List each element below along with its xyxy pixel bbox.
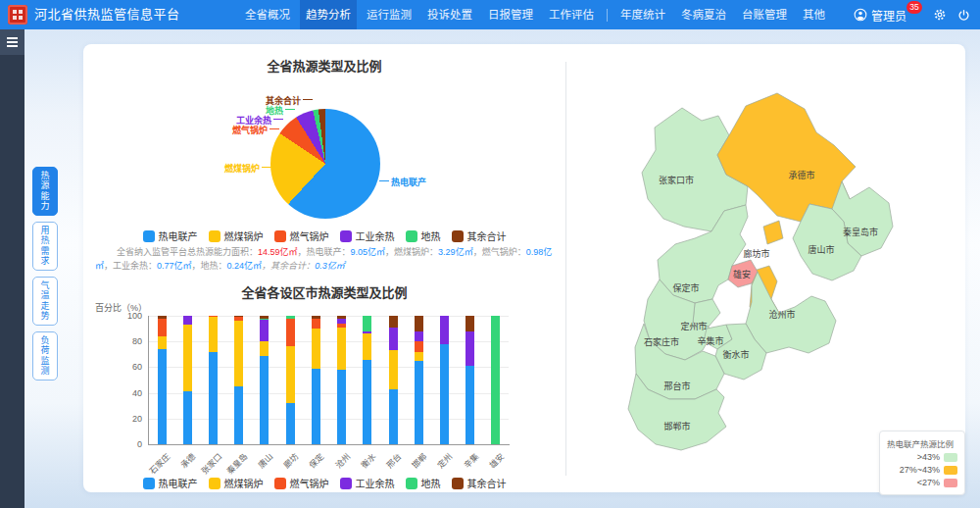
- y-tick-40: 40: [113, 388, 142, 398]
- nav-item-冬病夏治[interactable]: 冬病夏治: [675, 0, 732, 29]
- y-axis-line: [148, 316, 149, 444]
- map-legend-label: >43%: [917, 452, 940, 462]
- bar-廊坊-燃气锅炉: [286, 319, 295, 347]
- bar-唐山-工业余热: [260, 320, 269, 341]
- legend-label: 地热: [421, 476, 441, 490]
- bar-唐山-燃煤锅炉: [260, 341, 269, 355]
- nav-item-投诉处置[interactable]: 投诉处置: [421, 0, 478, 29]
- side-tab-用热需求[interactable]: 用热需求: [32, 222, 58, 271]
- legend-item-其余合计[interactable]: 其余合计: [452, 476, 507, 490]
- bar-石家庄-热电联产: [158, 349, 167, 444]
- gridline-100: [148, 316, 509, 317]
- legend-item-燃气锅炉[interactable]: 燃气锅炉: [274, 229, 329, 243]
- legend-swatch: [340, 478, 352, 489]
- bar-邯郸-燃煤锅炉: [415, 352, 423, 361]
- user-icon: [854, 8, 867, 22]
- y-tick-0: 0: [113, 439, 142, 449]
- map-legend-swatch: [944, 479, 957, 487]
- bar-辛集-工业余热: [466, 331, 474, 366]
- side-tab-气温走势[interactable]: 气温走势: [32, 277, 58, 326]
- heat-source-pie-chart[interactable]: [270, 109, 380, 219]
- bar-承德-热电联产: [183, 391, 192, 444]
- power-logout-icon[interactable]: [957, 9, 970, 22]
- legend-item-地热[interactable]: 地热: [406, 229, 441, 243]
- bar-承德-工业余热: [183, 316, 192, 325]
- map-legend-item-27%~43%[interactable]: 27%~43%: [887, 465, 957, 475]
- bar-邯郸-热电联产: [415, 361, 423, 444]
- legend-item-工业余热[interactable]: 工业余热: [340, 476, 395, 490]
- bar-衡水-燃煤锅炉: [363, 333, 371, 359]
- legend-swatch: [406, 230, 417, 242]
- bar-廊坊-热电联产: [286, 403, 295, 444]
- map-legend-item-<27%[interactable]: <27%: [887, 478, 957, 487]
- bar-衡水-地热: [363, 316, 371, 331]
- nav-item-全省概况[interactable]: 全省概况: [239, 0, 296, 29]
- legend-swatch: [452, 230, 464, 242]
- nav-item-趋势分析[interactable]: 趋势分析: [300, 0, 357, 29]
- top-navbar: 河北省供热监管信息平台 全省概况趋势分析运行监测投诉处置日报管理工作评估年度统计…: [0, 0, 980, 29]
- summary-label: ，地热：: [192, 261, 227, 271]
- navbar-user-area: 管理员 35: [854, 0, 970, 29]
- bar-定州-热电联产: [440, 344, 449, 444]
- pie-label-其余合计: 其余合计: [252, 94, 313, 107]
- legend-item-工业余热[interactable]: 工业余热: [340, 229, 395, 243]
- legend-label: 其余合计: [467, 476, 507, 490]
- legend-label: 燃煤锅炉: [224, 229, 264, 243]
- legend-item-地热[interactable]: 地热: [406, 476, 441, 490]
- map-region-沧州市[interactable]: [746, 272, 836, 353]
- legend-item-燃煤锅炉[interactable]: 燃煤锅炉: [209, 229, 264, 243]
- hebei-province-map[interactable]: 张家口市承德市秦皇岛市唐山市廊坊市保定市雄安定州市沧州市石家庄市辛集市衡水市邢台…: [608, 88, 931, 471]
- bar-邯郸-工业余热: [415, 331, 423, 341]
- bar-沧州-燃气锅炉: [337, 324, 346, 328]
- bar-秦皇岛-燃气锅炉: [234, 317, 243, 321]
- user-menu[interactable]: 管理员 35: [854, 7, 906, 24]
- map-region-定州市[interactable]: [693, 299, 720, 327]
- sidebar-collapse-button[interactable]: [0, 29, 24, 55]
- bar-唐山-其余合计: [260, 316, 269, 319]
- chart-mode-tabs: 热源能力用热需求气温走势负荷监测: [32, 167, 58, 381]
- bar-唐山-地热: [260, 319, 269, 320]
- bar-雄安-地热: [491, 316, 500, 444]
- bar-邯郸-燃气锅炉: [415, 341, 423, 351]
- bar-秦皇岛-燃煤锅炉: [234, 321, 243, 386]
- settings-gear-icon[interactable]: [933, 8, 947, 22]
- gridline-60: [148, 367, 509, 368]
- notification-badge: 35: [906, 1, 922, 14]
- nav-item-工作评估[interactable]: 工作评估: [543, 0, 600, 29]
- capacity-summary-text: 全省纳入监管平台总热源能力面积：14.59亿㎡，热电联产：9.05亿㎡，燃煤锅炉…: [95, 245, 556, 274]
- bar-廊坊-燃煤锅炉: [286, 346, 295, 403]
- bar-衡水-工业余热: [363, 331, 371, 334]
- legend-item-燃气锅炉[interactable]: 燃气锅炉: [274, 476, 329, 490]
- app-logo-seal: [8, 5, 27, 25]
- bar-沧州-燃煤锅炉: [337, 328, 346, 370]
- x-axis-line: [148, 444, 510, 445]
- legend-item-燃煤锅炉[interactable]: 燃煤锅炉: [209, 476, 264, 490]
- legend-label: 燃气锅炉: [290, 476, 329, 490]
- legend-swatch: [143, 230, 155, 242]
- legend-item-热电联产[interactable]: 热电联产: [143, 476, 198, 490]
- bar-唐山-热电联产: [260, 356, 269, 444]
- nav-item-年度统计[interactable]: 年度统计: [614, 0, 671, 29]
- bar-石家庄-其余合计: [158, 316, 167, 319]
- nav-item-运行监测[interactable]: 运行监测: [361, 0, 417, 29]
- nav-item-日报管理[interactable]: 日报管理: [482, 0, 539, 29]
- map-legend: 热电联产热源比例 >43%27%~43%<27%: [879, 431, 965, 495]
- nav-item-其他[interactable]: 其他: [797, 0, 831, 29]
- bar-石家庄-燃煤锅炉: [158, 336, 167, 349]
- legend-item-其余合计[interactable]: 其余合计: [452, 229, 507, 243]
- app-title: 河北省供热监管信息平台: [34, 0, 180, 29]
- legend-swatch: [209, 478, 220, 489]
- bar-沧州-其余合计: [337, 316, 346, 319]
- bar-邢台-热电联产: [389, 389, 398, 444]
- legend-item-热电联产[interactable]: 热电联产: [143, 229, 198, 243]
- side-tab-负荷监测[interactable]: 负荷监测: [32, 331, 58, 381]
- bar-张家口-燃气锅炉: [209, 316, 218, 317]
- map-legend-item->43%[interactable]: >43%: [887, 452, 957, 462]
- side-tab-热源能力[interactable]: 热源能力: [32, 167, 58, 216]
- summary-value: 14.59亿㎡: [258, 247, 298, 257]
- legend-label: 其余合计: [467, 229, 507, 243]
- nav-item-台账管理[interactable]: 台账管理: [736, 0, 793, 29]
- map-legend-swatch: [944, 466, 957, 475]
- pie-label-燃煤锅炉: 燃煤锅炉: [201, 162, 271, 175]
- bar-chart-title: 全省各设区市热源类型及比例: [83, 282, 565, 301]
